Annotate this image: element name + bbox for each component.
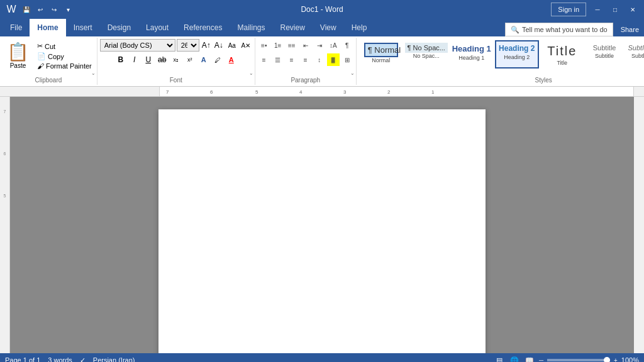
align-center-button[interactable]: ☰ [272,53,284,66]
underline-button[interactable]: U [142,53,155,66]
clipboard-label: Clipboard [35,75,62,84]
font-size-select[interactable]: 26 [177,39,199,52]
ribbon-tabs: File Home Insert Design Layout Reference… [0,19,644,36]
web-layout-view-btn[interactable]: 🌐 [509,354,520,362]
print-layout-view-btn[interactable]: ▤ [494,354,505,362]
borders-button[interactable]: ⊞ [341,53,353,66]
share-btn[interactable]: Share [621,26,639,33]
word-count: 3 words [48,356,72,362]
style-normal[interactable]: ¶ Normal Normal [359,40,403,69]
tab-insert[interactable]: Insert [66,19,100,36]
title-bar-left: W 💾 ↩ ↪ ▾ [5,3,74,16]
undo-qa-btn[interactable]: ↩ [34,3,47,16]
document-area[interactable] [10,97,634,353]
strikethrough-button[interactable]: ab [156,53,169,66]
font-shrink-button[interactable]: A↓ [213,40,225,51]
show-formatting-button[interactable]: ¶ [341,39,353,52]
document-page[interactable] [158,109,486,353]
read-mode-view-btn[interactable]: 📖 [524,354,535,362]
bullets-button[interactable]: ≡• [258,39,270,52]
subscript-button[interactable]: x₂ [170,53,182,66]
numbering-button[interactable]: 1≡ [272,39,284,52]
multilevel-list-button[interactable]: ≡≡ [286,39,298,52]
style-subtle-emphasis[interactable]: Subtle Em... Subtle Em... [625,40,644,69]
styles-gallery: ¶ Normal Normal ¶ No Spac... No Spac... … [359,40,644,69]
tab-design[interactable]: Design [100,19,138,36]
clipboard-group: 📋 Paste ✂ Cut 📄 Copy 🖌 Format Painter Cl… [0,38,97,85]
paste-button[interactable]: 📋 Paste [3,41,33,71]
signin-button[interactable]: Sign in [551,3,586,16]
tab-help[interactable]: Help [344,19,375,36]
format-painter-icon: 🖌 [37,62,44,70]
superscript-button[interactable]: x² [184,53,196,66]
copy-icon: 📄 [37,52,46,60]
shading-button[interactable]: ▓ [327,53,340,66]
style-heading2[interactable]: Heading 2 Heading 2 [495,40,539,69]
cut-button[interactable]: ✂ Cut [35,41,94,51]
page-info: Page 1 of 1 [5,356,40,362]
font-color-button[interactable]: A [225,53,238,66]
style-heading1[interactable]: Heading 1 Heading 1 [450,40,494,69]
clear-format-button[interactable]: A✕ [240,39,252,52]
tab-home[interactable]: Home [30,19,65,36]
search-icon: 🔍 [511,26,519,34]
redo-qa-btn[interactable]: ↪ [48,3,60,16]
font-grow-button[interactable]: A↑ [201,40,212,51]
text-highlight-button[interactable]: 🖊 [211,53,224,66]
maximize-btn[interactable]: □ [609,3,621,16]
ruler-left-margin [0,87,159,97]
paragraph-expand-icon[interactable]: ⌄ [350,70,355,76]
ribbon-content: 📋 Paste ✂ Cut 📄 Copy 🖌 Format Painter Cl… [0,36,644,87]
text-effect-button[interactable]: A [197,53,210,66]
style-title[interactable]: Title Title [540,40,584,69]
font-expand-icon[interactable]: ⌄ [249,70,253,76]
align-right-button[interactable]: ≡ [286,53,298,66]
paragraph-label: Paragraph [291,75,320,84]
ruler[interactable]: 7 6 5 4 3 2 1 [159,87,634,97]
copy-button[interactable]: 📄 Copy [35,52,94,61]
cut-icon: ✂ [37,42,43,50]
paste-icon: 📋 [7,43,29,61]
increase-indent-button[interactable]: ⇥ [313,39,326,52]
tab-layout[interactable]: Layout [138,19,176,36]
quick-access-toolbar: 💾 ↩ ↪ ▾ [20,3,74,16]
justify-button[interactable]: ≡ [299,53,312,66]
italic-button[interactable]: I [128,53,141,66]
save-qa-btn[interactable]: 💾 [20,3,33,16]
tab-review[interactable]: Review [272,19,312,36]
tab-file[interactable]: File [3,19,30,36]
line-spacing-button[interactable]: ↕ [313,53,326,66]
word-icon[interactable]: W [5,3,18,16]
font-name-select[interactable]: Arial (Body CS) [100,39,175,52]
status-right: ▤ 🌐 📖 ─ + 100% [494,354,639,362]
sort-button[interactable]: ↕A [327,39,340,52]
left-ruler: 7 6 5 [0,97,10,353]
language: Persian (Iran) [93,356,135,362]
align-left-button[interactable]: ≡ [258,53,270,66]
font-label: Font [170,75,182,84]
proofing-icon: ✓ [80,356,86,363]
font-group: Arial (Body CS) 26 A↑ A↓ Aa A✕ B I U ab … [97,38,255,85]
clipboard-expand-icon[interactable]: ⌄ [91,70,96,76]
zoom-slider[interactable] [547,359,610,361]
qa-dropdown-btn[interactable]: ▾ [62,3,74,16]
paragraph-group: ≡• 1≡ ≡≡ ⇤ ⇥ ↕A ¶ ≡ ☰ ≡ ≡ ↕ ▓ ⊞ Paragrap… [255,38,357,85]
decrease-indent-button[interactable]: ⇤ [299,39,312,52]
status-bar: Page 1 of 1 3 words ✓ Persian (Iran) ▤ 🌐… [0,353,644,362]
tab-mailings[interactable]: Mailings [230,19,272,36]
minimize-btn[interactable]: ─ [591,3,604,16]
style-no-spacing[interactable]: ¶ No Spac... No Spac... [404,40,448,69]
close-btn[interactable]: ✕ [626,3,639,16]
styles-label: Styles [535,75,552,84]
style-subtitle[interactable]: Subtitle Subtitle [586,40,624,69]
tell-me-input[interactable]: 🔍 Tell me what you want to do [505,23,613,36]
tab-references[interactable]: References [176,19,230,36]
styles-group: ¶ Normal Normal ¶ No Spac... No Spac... … [357,38,644,85]
window-title: Doc1 - Word [301,5,343,14]
change-case-button[interactable]: Aa [226,39,238,52]
format-painter-button[interactable]: 🖌 Format Painter [35,62,94,70]
tab-view[interactable]: View [313,19,344,36]
title-bar: W 💾 ↩ ↪ ▾ Doc1 - Word Sign in ─ □ ✕ [0,0,644,19]
clipboard-small-buttons: ✂ Cut 📄 Copy 🖌 Format Painter [33,41,94,70]
bold-button[interactable]: B [114,53,127,66]
